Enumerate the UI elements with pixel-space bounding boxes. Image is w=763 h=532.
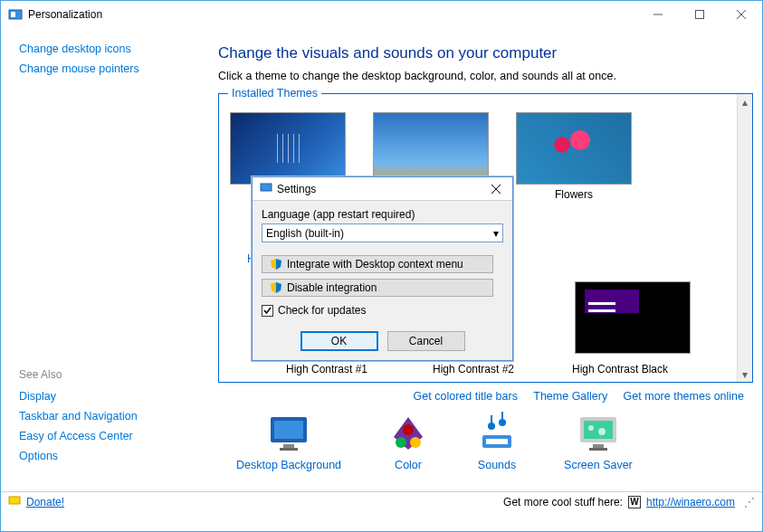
titlebar: Personalization <box>1 1 762 28</box>
shortcut-label: Desktop Background <box>236 459 341 471</box>
theme-caption: Flowers <box>555 188 593 201</box>
svg-point-12 <box>403 424 414 435</box>
donate-link[interactable]: Donate! <box>26 496 64 508</box>
check-updates-row[interactable]: Check for updates <box>262 304 503 317</box>
dialog-titlebar: Settings <box>253 177 512 201</box>
bottom-shortcuts: Desktop Background Color Sounds Screen S… <box>218 403 753 471</box>
svg-point-10 <box>396 437 406 448</box>
scroll-down-icon[interactable]: ▾ <box>738 366 752 382</box>
close-button[interactable] <box>720 1 762 28</box>
svg-rect-9 <box>280 448 298 451</box>
statusbar: Donate! Get more cool stuff here: W http… <box>1 491 762 511</box>
link-get-themes-online[interactable]: Get more themes online <box>624 390 744 403</box>
svg-rect-23 <box>9 497 20 504</box>
sounds-icon <box>475 412 519 455</box>
svg-line-4 <box>737 10 746 19</box>
donate-icon <box>8 494 21 509</box>
language-label: Language (app restart required) <box>262 208 503 221</box>
button-label: Integrate with Desktop context menu <box>287 258 463 271</box>
sidebar-link-mouse-pointers[interactable]: Change mouse pointers <box>19 59 200 79</box>
settings-dialog: Settings Language (app restart required)… <box>252 176 513 361</box>
cancel-button[interactable]: Cancel <box>387 331 465 351</box>
theme-item-hc-black[interactable] <box>575 281 691 357</box>
language-combobox[interactable]: English (built-in) ▾ <box>262 223 503 242</box>
sidebar-link-options[interactable]: Options <box>19 446 200 466</box>
sidebar-link-ease-of-access[interactable]: Easy of Access Center <box>19 426 200 446</box>
svg-rect-24 <box>261 184 272 191</box>
theme-thumbnail <box>516 112 632 185</box>
dialog-title: Settings <box>277 183 483 195</box>
group-label-installed: Installed Themes <box>228 87 321 100</box>
see-also-heading: See Also <box>19 368 200 381</box>
sidebar-link-display[interactable]: Display <box>19 386 200 406</box>
paint-icon <box>386 412 430 455</box>
svg-rect-18 <box>584 421 613 439</box>
shortcut-desktop-background[interactable]: Desktop Background <box>236 412 341 471</box>
svg-point-19 <box>588 425 594 431</box>
svg-rect-3 <box>696 11 704 19</box>
shortcut-label: Color <box>395 459 422 471</box>
link-colored-title-bars[interactable]: Get colored title bars <box>414 390 518 403</box>
theme-item[interactable]: Flowers <box>516 112 632 201</box>
personalization-window: Personalization Change desktop icons Cha… <box>0 0 763 532</box>
shortcut-label: Screen Saver <box>564 459 633 471</box>
theme-caption: High Contrast #2 <box>415 363 531 375</box>
minimize-button[interactable] <box>637 1 679 28</box>
link-theme-gallery[interactable]: Theme Gallery <box>533 390 607 403</box>
svg-rect-8 <box>283 444 294 448</box>
sidebar-link-desktop-icons[interactable]: Change desktop icons <box>19 39 200 59</box>
sidebar-link-taskbar[interactable]: Taskbar and Navigation <box>19 406 200 426</box>
settings-icon <box>260 181 272 196</box>
shield-icon <box>270 281 282 294</box>
shield-icon <box>270 258 282 271</box>
resize-grip-icon[interactable]: ⋰ <box>744 496 755 508</box>
theme-thumbnail <box>373 112 489 185</box>
svg-rect-21 <box>593 444 604 448</box>
checkbox-label: Check for updates <box>278 304 366 317</box>
integrate-button[interactable]: Integrate with Desktop context menu <box>262 255 493 273</box>
app-icon <box>8 7 23 22</box>
screensaver-icon <box>577 412 620 455</box>
maximize-button[interactable] <box>679 1 720 28</box>
theme-thumbnail <box>230 112 346 185</box>
dialog-close-button[interactable] <box>483 180 509 198</box>
svg-line-5 <box>737 10 746 19</box>
shortcut-label: Sounds <box>478 459 516 471</box>
page-title: Change the visuals and sounds on your co… <box>218 44 753 62</box>
svg-rect-22 <box>589 448 607 451</box>
winaero-link[interactable]: http://winaero.com <box>646 496 735 508</box>
svg-rect-1 <box>11 12 15 17</box>
checkbox-icon <box>262 305 273 317</box>
svg-rect-14 <box>486 439 508 444</box>
combo-value: English (built-in) <box>266 227 344 240</box>
scrollbar[interactable]: ▴ ▾ <box>737 94 752 382</box>
disable-integration-button[interactable]: Disable integration <box>262 279 493 297</box>
shortcut-screen-saver[interactable]: Screen Saver <box>564 412 633 471</box>
monitor-icon <box>267 412 310 455</box>
window-title: Personalization <box>28 8 637 21</box>
winaero-icon: W <box>628 496 641 508</box>
svg-rect-7 <box>274 421 303 439</box>
ok-button[interactable]: OK <box>300 331 378 351</box>
theme-links: Get colored title bars Theme Gallery Get… <box>218 383 753 403</box>
svg-point-11 <box>410 437 421 448</box>
theme-thumbnail <box>575 281 691 354</box>
hc-captions: High Contrast #1 High Contrast #2 High C… <box>269 363 678 375</box>
chevron-down-icon: ▾ <box>493 227 499 240</box>
subtitle: Click a theme to change the desktop back… <box>218 70 753 82</box>
button-label: Disable integration <box>287 281 377 294</box>
theme-caption: High Contrast Black <box>562 363 678 375</box>
shortcut-color[interactable]: Color <box>386 412 430 471</box>
svg-point-20 <box>598 428 606 435</box>
sidebar: Change desktop icons Change mouse pointe… <box>1 28 218 491</box>
shortcut-sounds[interactable]: Sounds <box>475 412 519 471</box>
status-text: Get more cool stuff here: <box>503 496 623 508</box>
scroll-up-icon[interactable]: ▴ <box>738 94 752 109</box>
theme-caption: High Contrast #1 <box>269 363 385 375</box>
